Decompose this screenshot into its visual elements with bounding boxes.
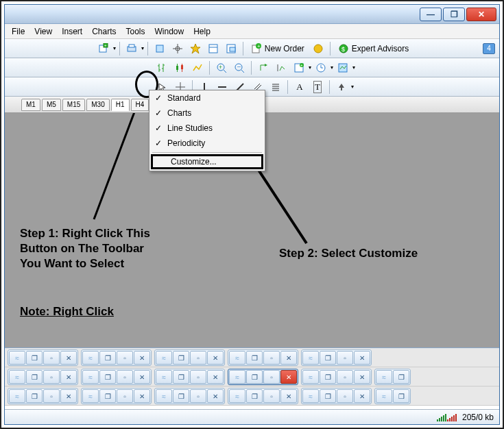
timeframe-tab-h4[interactable]: H4 xyxy=(131,99,149,111)
mdi-restore-icon[interactable]: ▫ xyxy=(263,351,280,365)
mdi-restore-icon[interactable]: ▫ xyxy=(117,351,133,365)
fibonacci-icon[interactable] xyxy=(267,79,284,95)
mdi-tab[interactable]: ≈ ❐ ▫ ✕ xyxy=(8,350,78,366)
expert-advisors-button[interactable]: $ Expert Advisors xyxy=(334,41,413,56)
mdi-min-icon[interactable]: ❐ xyxy=(99,389,116,403)
menu-insert[interactable]: Insert xyxy=(62,27,82,36)
mdi-tab[interactable]: ≈ ❐ ▫ ✕ xyxy=(301,369,372,385)
bar-chart-icon[interactable] xyxy=(154,60,170,75)
mdi-min-icon[interactable]: ❐ xyxy=(99,370,116,384)
mdi-min-icon[interactable]: ❐ xyxy=(246,370,263,384)
mdi-restore-icon[interactable]: ▫ xyxy=(117,389,133,403)
ctx-item-line-studies[interactable]: ✓ Line Studies xyxy=(149,121,265,136)
mdi-close-icon[interactable]: ✕ xyxy=(354,370,370,384)
mdi-restore-icon[interactable]: ▫ xyxy=(117,370,133,384)
mdi-restore-icon[interactable]: ▫ xyxy=(43,370,60,384)
mdi-close-icon[interactable]: ✕ xyxy=(354,389,370,403)
mdi-tab[interactable]: ≈ ❐ ▫ ✕ xyxy=(8,388,78,404)
indicators-icon[interactable]: + xyxy=(291,60,307,75)
mdi-close-icon[interactable]: ✕ xyxy=(280,370,297,384)
arrows-icon[interactable] xyxy=(333,79,350,95)
mdi-tab[interactable]: ≈ ❐ ▫ ✕ xyxy=(154,350,225,366)
mdi-restore-icon[interactable]: ▫ xyxy=(190,389,206,403)
mdi-tab[interactable]: ≈ ❐ ▫ ✕ xyxy=(301,388,372,404)
mdi-min-icon[interactable]: ❐ xyxy=(320,370,336,384)
mdi-min-icon[interactable]: ❐ xyxy=(320,389,336,403)
mdi-close-icon[interactable]: ✕ xyxy=(60,370,77,384)
mdi-restore-icon[interactable]: ▫ xyxy=(263,389,280,403)
mdi-tab[interactable]: ≈ ❐ xyxy=(374,388,411,404)
mdi-min-icon[interactable]: ❐ xyxy=(26,351,43,365)
mdi-restore-icon[interactable]: ▫ xyxy=(263,370,280,384)
auto-scroll-icon[interactable] xyxy=(255,60,272,75)
timeframe-tab-m30[interactable]: M30 xyxy=(86,99,109,111)
new-order-button[interactable]: + New Order xyxy=(247,41,309,56)
profiles-icon[interactable] xyxy=(152,41,168,56)
menu-help[interactable]: Help xyxy=(193,27,211,36)
mdi-tab[interactable]: ≈ ❐ ▫ ✕ xyxy=(8,369,78,385)
mdi-tab[interactable]: ≈ ❐ ▫ ✕ xyxy=(81,369,152,385)
timeframe-tab-m15[interactable]: M15 xyxy=(62,99,85,111)
new-chart-icon[interactable]: + xyxy=(95,41,112,56)
zoom-in-icon[interactable]: + xyxy=(213,60,230,75)
navigator-icon[interactable] xyxy=(223,41,239,56)
window-restore-button[interactable]: ❐ xyxy=(443,8,465,21)
mdi-restore-icon[interactable]: ▫ xyxy=(337,351,353,365)
mdi-close-icon[interactable]: ✕ xyxy=(60,351,77,365)
mdi-min-icon[interactable]: ❐ xyxy=(246,351,263,365)
mdi-close-icon[interactable]: ✕ xyxy=(134,370,150,384)
mdi-close-icon[interactable]: ✕ xyxy=(207,351,224,365)
notifications-badge[interactable]: 4 xyxy=(483,43,495,54)
ctx-item-periodicity[interactable]: ✓ Periodicity xyxy=(149,136,265,151)
zoom-out-icon[interactable]: – xyxy=(231,60,248,75)
mdi-tab[interactable]: ≈ ❐ ▫ ✕ xyxy=(301,350,372,366)
menu-charts[interactable]: Charts xyxy=(92,27,116,36)
menu-tools[interactable]: Tools xyxy=(126,27,145,36)
mdi-min-icon[interactable]: ❐ xyxy=(26,370,43,384)
mdi-restore-icon[interactable]: ▫ xyxy=(190,351,206,365)
mdi-close-icon[interactable]: ✕ xyxy=(60,389,77,403)
mdi-tab[interactable]: ≈ ❐ ▫ ✕ xyxy=(154,388,225,404)
mdi-close-icon[interactable]: ✕ xyxy=(280,351,297,365)
ctx-item-customize[interactable]: Customize... xyxy=(151,154,263,169)
mdi-close-icon[interactable]: ✕ xyxy=(134,389,150,403)
mdi-close-icon[interactable]: ✕ xyxy=(134,351,150,365)
mdi-min-icon[interactable]: ❐ xyxy=(173,389,189,403)
mdi-min-icon[interactable]: ❐ xyxy=(99,351,116,365)
periodicity-icon[interactable] xyxy=(313,60,329,75)
favorites-icon[interactable] xyxy=(187,41,204,56)
menu-window[interactable]: Window xyxy=(155,27,184,36)
crosshair-icon[interactable] xyxy=(169,41,186,56)
timeframe-tab-m1[interactable]: M1 xyxy=(21,99,40,111)
mdi-tab[interactable]: ≈ ❐ ▫ ✕ xyxy=(81,388,152,404)
mdi-min-icon[interactable]: ❐ xyxy=(26,389,43,403)
market-watch-icon[interactable] xyxy=(205,41,221,56)
print-icon[interactable] xyxy=(123,41,140,56)
mdi-tab[interactable]: ≈ ❐ ▫ ✕ xyxy=(81,350,152,366)
ctx-item-standard[interactable]: ✓ Standard xyxy=(149,90,265,106)
mdi-tab[interactable]: ≈ ❐ xyxy=(374,369,411,385)
mdi-min-icon[interactable]: ❐ xyxy=(246,389,263,403)
mdi-restore-icon[interactable]: ▫ xyxy=(337,370,353,384)
timeframe-tab-h1[interactable]: H1 xyxy=(111,99,130,111)
candlestick-icon[interactable] xyxy=(171,60,188,75)
text-tool-icon[interactable]: A xyxy=(291,79,308,95)
templates-icon[interactable] xyxy=(335,60,351,75)
window-close-button[interactable]: ✕ xyxy=(466,8,496,21)
menu-file[interactable]: File xyxy=(12,27,25,36)
ctx-item-charts[interactable]: ✓ Charts xyxy=(149,106,265,121)
mdi-restore-icon[interactable]: ▫ xyxy=(43,351,60,365)
window-minimize-button[interactable]: — xyxy=(420,8,442,21)
chart-shift-icon[interactable] xyxy=(273,60,289,75)
mdi-min-icon[interactable]: ❐ xyxy=(320,351,336,365)
autotrading-icon[interactable] xyxy=(310,41,326,56)
line-chart-icon[interactable] xyxy=(189,60,206,75)
mdi-restore-icon[interactable]: ▫ xyxy=(337,389,353,403)
mdi-min-icon[interactable]: ❐ xyxy=(173,370,189,384)
mdi-close-icon[interactable]: ✕ xyxy=(207,389,224,403)
mdi-close-icon[interactable]: ✕ xyxy=(354,351,370,365)
mdi-tab-active[interactable]: ≈ ❐ ▫ ✕ xyxy=(228,369,298,385)
menu-view[interactable]: View xyxy=(34,27,52,36)
mdi-tab[interactable]: ≈ ❐ ▫ ✕ xyxy=(228,350,298,366)
mdi-restore-icon[interactable]: ▫ xyxy=(43,389,60,403)
